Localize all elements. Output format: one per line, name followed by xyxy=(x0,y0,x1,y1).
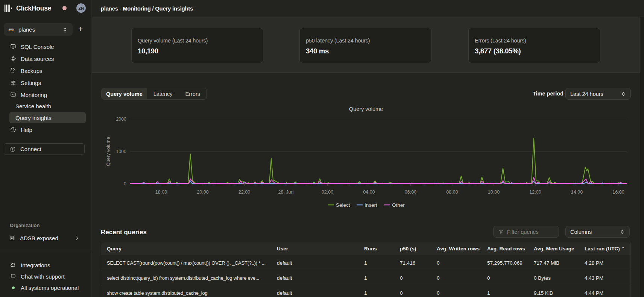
svg-text:Query volume: Query volume xyxy=(106,137,111,166)
svg-text:1000: 1000 xyxy=(116,149,126,154)
svg-text:0: 0 xyxy=(124,181,126,186)
svg-text:18:00: 18:00 xyxy=(155,189,167,195)
svg-text:02:00: 02:00 xyxy=(322,189,333,195)
svg-text:aws: aws xyxy=(9,27,14,30)
svg-text:16:00: 16:00 xyxy=(612,189,624,195)
svg-text:Query volume: Query volume xyxy=(349,106,383,112)
svg-text:10:00: 10:00 xyxy=(488,189,500,195)
svg-text:Select: Select xyxy=(336,202,350,208)
svg-text:06:00: 06:00 xyxy=(405,189,416,195)
svg-text:04:00: 04:00 xyxy=(363,189,375,195)
svg-text:12:00: 12:00 xyxy=(529,189,541,195)
svg-text:14:00: 14:00 xyxy=(571,189,583,195)
svg-text:28. Jun: 28. Jun xyxy=(278,189,293,195)
svg-text:20:00: 20:00 xyxy=(197,189,208,195)
svg-text:22:00: 22:00 xyxy=(238,189,250,195)
svg-text:Insert: Insert xyxy=(365,202,377,208)
svg-text:08:00: 08:00 xyxy=(446,189,458,195)
svg-text:2000: 2000 xyxy=(116,117,126,122)
svg-text:Other: Other xyxy=(392,202,405,208)
